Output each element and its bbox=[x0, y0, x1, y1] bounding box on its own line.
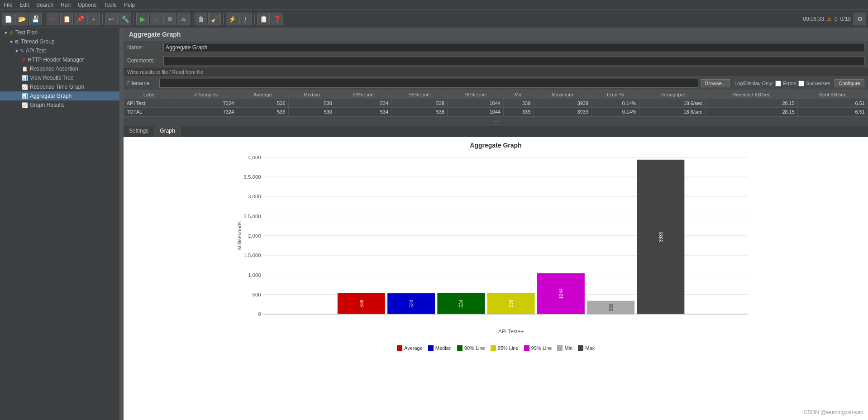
start-button[interactable]: ▶ bbox=[136, 13, 149, 25]
svg-text:API Test++: API Test++ bbox=[498, 329, 524, 334]
tree-item-thread-group[interactable]: ▼ ⚙ Thread Group bbox=[0, 37, 119, 46]
response-assertion-label: Response Assertion bbox=[30, 66, 78, 72]
legend-label: 99% Line bbox=[531, 345, 552, 351]
table-row: TOTAL7324536530534538104433939390.14%18.… bbox=[124, 108, 868, 116]
aggregate-table: Label # Samples Average Median 90% Line … bbox=[124, 90, 868, 116]
timer-display: 00:06:33 bbox=[803, 16, 824, 22]
successes-label: Successes bbox=[806, 81, 830, 86]
shutdown-button[interactable]: ⏏ bbox=[177, 13, 190, 25]
sep5 bbox=[223, 14, 224, 24]
new-button[interactable]: 📄 bbox=[2, 13, 14, 25]
tree-item-api-test[interactable]: ▼ ✎ API Test bbox=[0, 46, 119, 55]
stop-button[interactable]: ⏹ bbox=[163, 13, 176, 25]
main-layout: ▼ ⚠ Test Plan ▼ ⚙ Thread Group ▼ ✎ API T… bbox=[0, 28, 868, 420]
open-button[interactable]: 📂 bbox=[15, 13, 28, 25]
table-cell: 530 bbox=[288, 108, 335, 116]
response-time-graph-label: Response Time Graph bbox=[30, 84, 84, 90]
remote-button[interactable]: 🔧 bbox=[119, 13, 131, 25]
legend-color-box bbox=[428, 345, 434, 351]
help-button[interactable]: ❓ bbox=[271, 13, 283, 25]
svg-text:536: 536 bbox=[359, 300, 364, 308]
col-p99: 99% Line bbox=[448, 91, 504, 99]
cut-button[interactable]: ✂ bbox=[47, 13, 59, 25]
table-cell: 1044 bbox=[448, 99, 504, 108]
legend-color-box bbox=[491, 345, 496, 351]
table-cell: 339 bbox=[504, 99, 534, 108]
copy-button[interactable]: 📋 bbox=[60, 13, 73, 25]
legend-item: 95% Line bbox=[491, 345, 519, 351]
tree-item-http-header[interactable]: ✗ HTTP Header Manager bbox=[0, 55, 119, 64]
graph-area: Aggregate Graph 05001,0001.5,0002,0002.5… bbox=[124, 137, 868, 420]
tree-item-response-assertion[interactable]: 📋 Response Assertion bbox=[0, 64, 119, 73]
table-cell: 339 bbox=[504, 108, 534, 116]
svg-text:4,000: 4,000 bbox=[248, 155, 261, 160]
menu-file[interactable]: File bbox=[0, 1, 16, 9]
tree-item-graph-results[interactable]: 📈 Graph Results bbox=[0, 100, 119, 110]
clear-all-button[interactable]: 🧹 bbox=[208, 13, 221, 25]
tree-item-view-results-tree[interactable]: 📊 View Results Tree bbox=[0, 73, 119, 82]
view-results-tree-label: View Results Tree bbox=[30, 75, 74, 81]
col-error-pct: Error % bbox=[591, 91, 639, 99]
table-cell: 536 bbox=[237, 108, 288, 116]
thread-count: 0/10 bbox=[840, 16, 851, 22]
successes-checkbox[interactable] bbox=[798, 81, 804, 86]
clear-button[interactable]: 🗑 bbox=[195, 13, 207, 25]
toolbar-status: 00:06:33 ⚠ 0 0/10 ⚙ bbox=[803, 13, 866, 25]
paste-button[interactable]: 📌 bbox=[74, 13, 86, 25]
table-cell: 536 bbox=[237, 99, 288, 108]
resize-handle[interactable]: ⋮ bbox=[120, 28, 124, 420]
expand-arrow-thread-group: ▼ bbox=[9, 39, 14, 44]
log-display-label: Log/Display Only: bbox=[734, 81, 773, 86]
menu-run[interactable]: Run bbox=[57, 1, 74, 9]
menu-tools[interactable]: Tools bbox=[100, 1, 120, 9]
name-input[interactable] bbox=[163, 43, 864, 52]
configure-button[interactable]: Configure bbox=[835, 79, 864, 87]
col-average: Average bbox=[237, 91, 288, 99]
filename-row: Filename Browse... Log/Display Only: Err… bbox=[124, 77, 868, 90]
menu-options[interactable]: Options bbox=[74, 1, 100, 9]
tab-settings[interactable]: Settings bbox=[124, 126, 154, 137]
menu-edit[interactable]: Edit bbox=[16, 1, 33, 9]
expand-arrow-test-plan: ▼ bbox=[4, 30, 8, 35]
watermark: CSDN @wumingxiaoyao bbox=[804, 409, 863, 415]
add-button[interactable]: + bbox=[87, 13, 100, 25]
table-cell: 3939 bbox=[534, 108, 591, 116]
legend-item: 99% Line bbox=[524, 345, 552, 351]
filename-input[interactable] bbox=[159, 79, 698, 88]
panel-header: Aggregate Graph bbox=[124, 28, 868, 41]
tab-bar: Settings Graph bbox=[124, 126, 868, 137]
function-helper[interactable]: ƒ bbox=[239, 13, 252, 25]
settings-button[interactable]: ⚙ bbox=[854, 13, 866, 25]
undo-button[interactable]: ↩ bbox=[105, 13, 118, 25]
template-button[interactable]: 📋 bbox=[257, 13, 270, 25]
legend-label: Max bbox=[585, 345, 595, 351]
browse-button[interactable]: Browse... bbox=[701, 79, 730, 87]
menu-help[interactable]: Help bbox=[120, 1, 138, 9]
sep3 bbox=[134, 14, 134, 24]
tree-item-test-plan[interactable]: ▼ ⚠ Test Plan bbox=[0, 28, 119, 37]
name-row: Name: bbox=[124, 41, 868, 54]
errors-checkbox[interactable] bbox=[775, 81, 781, 86]
more-button[interactable]: ··· bbox=[124, 116, 868, 126]
menu-search[interactable]: Search bbox=[33, 1, 57, 9]
table-cell: 6.51 bbox=[797, 108, 868, 116]
start-no-pauses-button[interactable]: ▷ bbox=[150, 13, 162, 25]
http-header-label: HTTP Header Manager bbox=[28, 57, 84, 63]
tree-item-response-time-graph[interactable]: 📈 Response Time Graph bbox=[0, 82, 119, 91]
tree-item-aggregate-graph[interactable]: 📊 Aggregate Graph bbox=[0, 91, 119, 100]
table-cell: 0.14% bbox=[591, 108, 639, 116]
left-panel: ▼ ⚠ Test Plan ▼ ⚙ Thread Group ▼ ✎ API T… bbox=[0, 28, 120, 420]
legend-item: Average bbox=[397, 345, 423, 351]
tab-graph[interactable]: Graph bbox=[154, 126, 181, 137]
table-cell: 28.15 bbox=[706, 108, 798, 116]
remote-start-button[interactable]: ⚡ bbox=[226, 13, 238, 25]
save-button[interactable]: 💾 bbox=[29, 13, 42, 25]
thread-group-icon: ⚙ bbox=[14, 39, 19, 45]
svg-text:3939: 3939 bbox=[658, 232, 663, 243]
write-results-label: Write results to file / Read from file bbox=[127, 69, 203, 75]
sep1 bbox=[44, 14, 44, 24]
comments-input[interactable] bbox=[163, 56, 864, 65]
log-display-section: Log/Display Only: Errors Successes bbox=[734, 81, 830, 86]
legend-item: Max bbox=[578, 345, 595, 351]
legend-label: 90% Line bbox=[464, 345, 485, 351]
